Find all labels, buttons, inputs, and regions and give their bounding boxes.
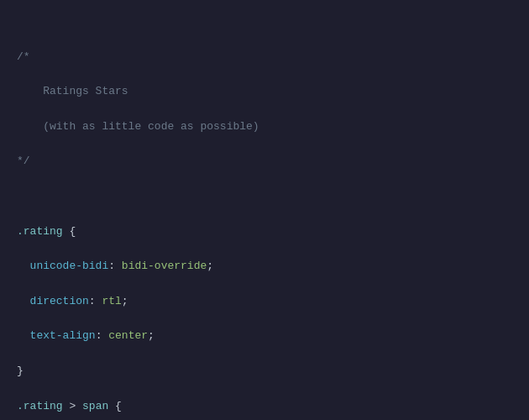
line-3: (with as little code as possible) [17, 118, 512, 136]
line-11: .rating > span { [17, 398, 512, 416]
line-6: .rating { [17, 223, 512, 241]
line-1: /* [17, 49, 512, 66]
code-editor: /* Ratings Stars (with as little code as… [17, 13, 512, 420]
line-8: direction: rtl; [17, 293, 512, 311]
line-9: text-align: center; [17, 328, 512, 345]
line-5 [17, 188, 512, 206]
line-4: */ [17, 153, 512, 171]
line-7: unicode-bidi: bidi-override; [17, 258, 512, 276]
line-2: Ratings Stars [17, 83, 512, 101]
line-10: } [17, 363, 512, 381]
